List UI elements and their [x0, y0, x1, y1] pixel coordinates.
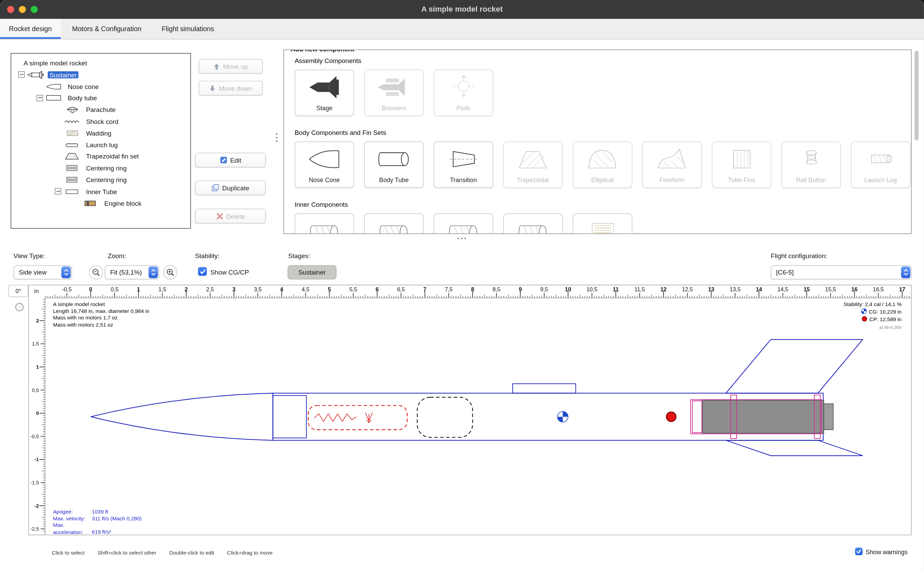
svg-text:-2,5: -2,5 [30, 526, 38, 532]
svg-text:16,5: 16,5 [873, 286, 884, 292]
tree-root-label: A simple model rocket [22, 59, 89, 66]
tree-item-body-tube[interactable]: Body tube [11, 93, 190, 104]
tree-item-centering-ring[interactable]: Centering ring [11, 162, 190, 174]
delete-button[interactable]: Delete [195, 209, 266, 224]
scrollbar[interactable] [915, 51, 918, 231]
show-cgcp-checkbox[interactable] [198, 267, 207, 276]
flight-config-select[interactable]: [C6-5] [771, 265, 912, 279]
tree-item-root[interactable]: A simple model rocket [11, 54, 190, 69]
collapse-icon[interactable] [37, 95, 43, 101]
zoom-in-button[interactable] [163, 265, 177, 279]
rail-button-icon [782, 142, 840, 176]
tree-item-nose-cone[interactable]: Nose cone [11, 81, 190, 93]
edit-button[interactable]: Edit [195, 153, 266, 167]
svg-text:5: 5 [328, 286, 331, 292]
tree-item-sustainer[interactable]: Sustainer [11, 69, 190, 80]
inner-component-button[interactable] [504, 213, 563, 234]
svg-text:-1,5: -1,5 [30, 480, 38, 485]
duplicate-button[interactable]: Duplicate [195, 181, 266, 195]
delete-x-icon [216, 213, 223, 220]
tree-item-label: Centering ring [84, 176, 128, 184]
svg-text:9,5: 9,5 [541, 286, 548, 292]
vertical-ruler: 21,510,50-0,5-1-1,5-2-2,5 [29, 298, 45, 534]
elliptical-button[interactable]: Elliptical [573, 141, 633, 188]
tab-motors-configuration[interactable]: Motors & Configuration [63, 19, 150, 39]
launch-lug-button[interactable]: Launch Lug [851, 141, 910, 188]
body-tube-button[interactable]: Body Tube [364, 141, 424, 188]
tree-item-wadding[interactable]: Wadding [11, 127, 190, 139]
svg-text:1,5: 1,5 [32, 341, 38, 346]
nose-cone-button[interactable]: Nose Cone [295, 141, 354, 188]
splitter-handle-vertical[interactable] [276, 133, 277, 142]
tree-item-engine-block[interactable]: Engine block [11, 197, 190, 209]
component-label: Body Tube [379, 176, 409, 184]
inner-component-icon [365, 214, 423, 234]
add-component-legend: Add new component [288, 49, 357, 53]
svg-text:-2: -2 [35, 503, 39, 509]
show-cgcp-checkbox-label[interactable]: Show CG/CP [211, 269, 249, 276]
svg-text:9: 9 [519, 286, 522, 292]
centering-ring-icon [64, 164, 82, 172]
show-warnings-checkbox[interactable] [855, 548, 862, 555]
launch-lug-comp-icon [852, 142, 910, 176]
inner-component-button[interactable] [434, 213, 493, 234]
body-tube-comp-icon [365, 142, 423, 176]
svg-text:12,5: 12,5 [682, 286, 693, 292]
rail-button-button[interactable]: Rail Button [781, 141, 841, 188]
svg-text:6,5: 6,5 [397, 286, 405, 292]
rotation-knob[interactable] [15, 303, 24, 311]
nose-cone-tree-icon [46, 82, 63, 91]
engine-block-partial-icon [573, 214, 631, 234]
inner-component-button[interactable] [573, 213, 633, 234]
nose-cone-comp-icon [295, 142, 354, 176]
svg-text:11: 11 [613, 286, 619, 292]
tree-item-launch-lug[interactable]: Launch lug [11, 139, 190, 151]
zoom-select[interactable]: Fit (53,1%) [105, 265, 159, 279]
view-type-select[interactable]: Side view [14, 265, 72, 279]
show-warnings-label[interactable]: Show warnings [865, 548, 907, 555]
move-up-button[interactable]: Move up [199, 59, 263, 74]
tree-item-centering-ring[interactable]: Centering ring [11, 174, 190, 185]
tab-flight-simulations[interactable]: Flight simulations [153, 19, 223, 39]
section-title-body-components-and-fin-sets: Body Components and Fin Sets [295, 129, 911, 136]
trapezoidal-button[interactable]: Trapezoidal [504, 141, 563, 188]
duplicate-icon [211, 184, 219, 191]
stage-toggle-sustainer[interactable]: Sustainer [288, 265, 336, 279]
inner-component-button[interactable] [364, 213, 424, 234]
tube-fins-button[interactable]: Tube Fins [712, 141, 772, 188]
check-icon [200, 269, 205, 274]
transition-button[interactable]: Transition [434, 141, 493, 188]
splitter-handle-horizontal[interactable] [457, 238, 466, 239]
freeform-button[interactable]: Freeform [642, 141, 702, 188]
interaction-hints: Click to selectShift+click to select oth… [52, 550, 286, 556]
rocket-canvas[interactable]: A simple model rocket Length 16,748 in, … [45, 298, 911, 535]
tree-item-inner-tube[interactable]: Inner Tube [11, 185, 190, 197]
pods-button[interactable]: Pods [434, 69, 493, 116]
tree-item-shock-cord[interactable]: Shock cord [11, 116, 190, 127]
svg-text:2,5: 2,5 [206, 286, 214, 292]
tab-rocket-design[interactable]: Rocket design [0, 19, 60, 39]
collapse-icon[interactable] [18, 71, 25, 78]
boosters-button[interactable]: Boosters [364, 69, 424, 116]
inner-component-icon [295, 214, 354, 234]
inner-component-button[interactable] [295, 213, 354, 234]
rotation-angle-box[interactable]: 0° [8, 285, 28, 297]
svg-text:0,5: 0,5 [32, 387, 38, 393]
svg-text:8: 8 [471, 286, 474, 292]
tree-item-trapezoidal-fin-set[interactable]: Trapezoidal fin set [11, 151, 190, 162]
stability-label: Stability: [195, 252, 220, 259]
zoom-out-button[interactable] [89, 265, 103, 279]
fin-set-icon [64, 152, 82, 160]
tree-item-parachute[interactable]: Parachute [11, 104, 190, 116]
move-down-button[interactable]: Move down [199, 81, 263, 96]
stage-button[interactable]: Stage [295, 69, 354, 116]
component-label: Tube Fins [728, 176, 755, 184]
svg-text:3,5: 3,5 [254, 286, 262, 292]
collapse-icon[interactable] [55, 188, 61, 195]
arrow-up-icon [214, 63, 220, 70]
tree-item-label: Shock cord [84, 118, 120, 125]
chevron-updown-icon [901, 266, 911, 278]
component-label: Trapezoidal [517, 176, 549, 184]
scrollbar-thumb[interactable] [915, 51, 918, 140]
svg-text:6: 6 [376, 286, 379, 292]
